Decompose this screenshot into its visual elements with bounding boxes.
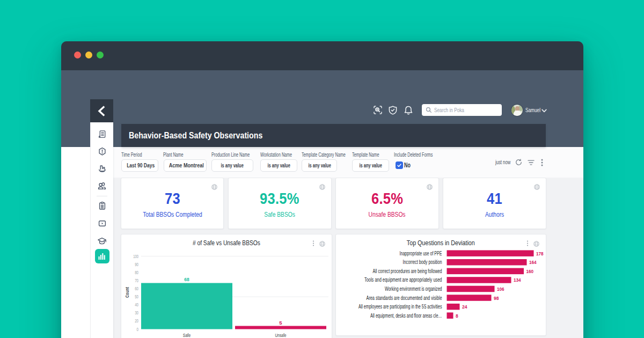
svg-text:All equipment, desks and floor: All equipment, desks and floor areas cle… [370, 312, 442, 319]
svg-text:24: 24 [462, 304, 467, 310]
svg-text:Incorrect body position: Incorrect body position [403, 259, 442, 265]
svg-text:Safe: Safe [183, 333, 191, 338]
svg-text:Unsafe: Unsafe [275, 333, 287, 338]
svg-text:All employees are participatin: All employees are participating in the 5… [358, 303, 442, 310]
svg-text:20: 20 [135, 318, 138, 324]
svg-text:Working environment is organiz: Working environment is organized [385, 285, 442, 292]
svg-text:All correct procedures are bei: All correct procedures are being followe… [373, 268, 442, 274]
svg-text:50: 50 [135, 294, 138, 299]
svg-text:Area standards are documented: Area standards are documented and visibl… [367, 295, 442, 301]
svg-text:100: 100 [133, 254, 138, 259]
svg-text:Tools and equipment are approp: Tools and equipment are appropriately us… [364, 276, 442, 283]
svg-text:106: 106 [497, 286, 504, 292]
svg-text:98: 98 [494, 295, 499, 301]
svg-text:70: 70 [135, 278, 138, 283]
svg-text:60: 60 [135, 286, 138, 291]
svg-text:30: 30 [135, 310, 138, 315]
svg-text:5: 5 [279, 320, 282, 326]
svg-text:160: 160 [526, 268, 534, 274]
svg-text:0: 0 [137, 327, 139, 332]
svg-text:90: 90 [135, 262, 138, 267]
svg-text:8: 8 [456, 313, 458, 319]
svg-text:134: 134 [514, 277, 521, 283]
svg-text:164: 164 [529, 259, 537, 265]
svg-text:80: 80 [135, 270, 138, 275]
svg-text:Count: Count [125, 287, 130, 298]
svg-text:Inappropriate use of PPE: Inappropriate use of PPE [400, 250, 442, 256]
svg-text:178: 178 [536, 251, 544, 256]
svg-text:40: 40 [135, 302, 138, 307]
svg-text:68: 68 [184, 276, 189, 282]
